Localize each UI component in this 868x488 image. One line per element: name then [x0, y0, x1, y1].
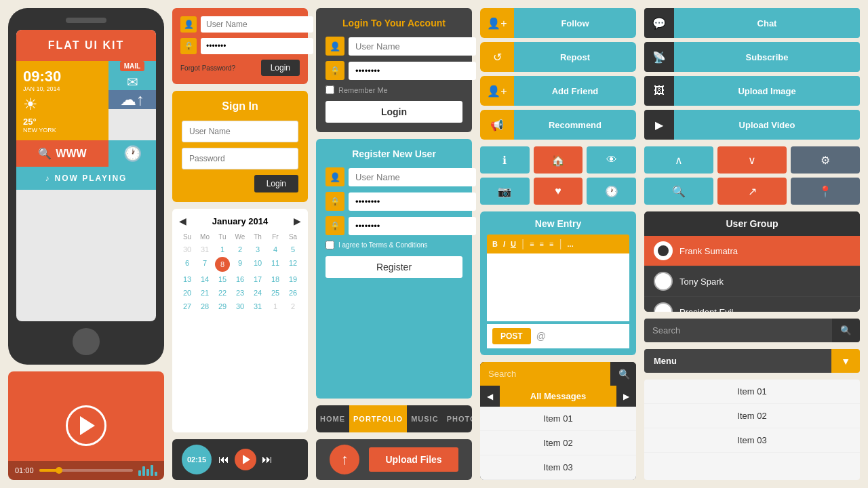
chevron-down-icon-button[interactable]: ∨	[717, 146, 787, 174]
cal-day[interactable]: 4	[267, 243, 283, 256]
nav-item-portfolio[interactable]: PORTFOLIO	[349, 405, 407, 432]
chevron-up-icon-button[interactable]: ∧	[644, 146, 713, 174]
cal-day[interactable]: 27	[179, 300, 195, 312]
cal-day[interactable]: 31	[250, 300, 266, 312]
phone-music-button[interactable]: ♪ NOW PLAYING	[16, 167, 156, 190]
right-list-item[interactable]: Item 02	[644, 404, 860, 428]
cal-day[interactable]: 1	[267, 300, 283, 312]
recommend-button[interactable]: Recommend	[514, 110, 636, 140]
entry-textarea[interactable]	[487, 253, 629, 321]
cal-day[interactable]: 17	[250, 273, 266, 285]
phone-www-button[interactable]: 🔍 WWW	[16, 140, 108, 167]
search-icon-button[interactable]: 🔍	[644, 178, 713, 205]
messages-item[interactable]: Item 03	[480, 455, 636, 480]
camera-icon-button[interactable]: 📷	[480, 178, 530, 205]
bold-button[interactable]: B	[492, 240, 498, 248]
nav-item-home[interactable]: HOME	[316, 405, 349, 432]
heart-icon-button[interactable]: ♥	[534, 178, 583, 205]
right-search-button[interactable]: 🔍	[832, 319, 860, 342]
cal-day[interactable]: 5	[285, 243, 301, 256]
register-password-input[interactable]	[349, 192, 476, 211]
phone-clock-button[interactable]: 🕐	[108, 140, 156, 167]
calendar-next-button[interactable]: ▶	[294, 216, 301, 226]
register-confirm-input[interactable]	[349, 217, 476, 235]
cal-day[interactable]: 19	[285, 273, 301, 285]
more-options-button[interactable]: ...	[568, 240, 574, 248]
cal-day[interactable]: 10	[250, 257, 266, 272]
messages-search-input[interactable]	[480, 362, 610, 386]
chat-button[interactable]: Chat	[674, 8, 860, 38]
cal-day[interactable]: 3	[250, 243, 266, 256]
login-password-input[interactable]	[349, 62, 476, 80]
cal-day[interactable]: 1	[214, 243, 231, 256]
add-friend-button[interactable]: Add Friend	[514, 76, 636, 106]
repost-button[interactable]: Repost	[514, 42, 636, 72]
align-center-button[interactable]: ≡	[540, 240, 544, 248]
underline-button[interactable]: U	[511, 240, 516, 248]
cal-day[interactable]: 24	[250, 287, 266, 299]
sign-in-button[interactable]: Login	[254, 175, 298, 192]
cal-day[interactable]: 9	[232, 257, 248, 272]
clock-icon-button[interactable]: 🕐	[587, 178, 636, 205]
follow-button[interactable]: Follow	[514, 8, 636, 38]
user-item-frank[interactable]: Frank Sumatra	[644, 236, 860, 266]
right-list-item[interactable]: Item 01	[644, 380, 860, 404]
audio-forward-button[interactable]: ⏭	[262, 453, 273, 466]
home-icon-button[interactable]: 🏠	[534, 146, 583, 174]
upload-files-button[interactable]: Upload Files	[369, 447, 458, 472]
nav-item-photo[interactable]: PHOTO	[443, 405, 472, 432]
cal-day[interactable]: 7	[197, 257, 213, 272]
subscribe-button[interactable]: Subscribe	[674, 42, 860, 72]
login-button-main[interactable]: Login	[326, 101, 462, 123]
cal-day[interactable]: 28	[197, 300, 213, 312]
cal-day[interactable]: 13	[179, 273, 195, 285]
audio-rewind-button[interactable]: ⏮	[218, 453, 229, 466]
cal-day[interactable]: 30	[232, 300, 248, 312]
cal-day[interactable]: 29	[214, 300, 231, 312]
info-icon-button[interactable]: ℹ	[480, 146, 530, 174]
cal-day[interactable]: 2	[232, 243, 248, 256]
user-item-president[interactable]: President Evil	[644, 297, 860, 312]
register-button[interactable]: Register	[326, 256, 462, 278]
password-input[interactable]	[201, 38, 313, 54]
upload-video-button[interactable]: Upload Video	[674, 110, 860, 140]
settings-icon-button[interactable]: ⚙	[791, 146, 860, 174]
cal-day[interactable]: 25	[267, 287, 283, 299]
align-right-button[interactable]: ≡	[549, 240, 553, 248]
video-play-button[interactable]	[66, 405, 106, 446]
login-username-input[interactable]	[349, 37, 476, 56]
cal-day[interactable]: 23	[232, 287, 248, 299]
user-item-tony[interactable]: Tony Spark	[644, 266, 860, 297]
nav-item-music[interactable]: MUSIC	[407, 405, 442, 432]
cal-day[interactable]: 2	[285, 300, 301, 312]
phone-mail-tile[interactable]: MAIL ✉	[108, 61, 156, 90]
messages-item[interactable]: Item 01	[480, 407, 636, 431]
terms-checkbox[interactable]	[326, 241, 334, 249]
messages-search-button[interactable]: 🔍	[610, 362, 636, 386]
italic-button[interactable]: I	[503, 240, 505, 248]
cal-day[interactable]: 6	[179, 257, 195, 272]
audio-play-button[interactable]	[235, 449, 256, 470]
menu-dropdown-button[interactable]: ▼	[831, 349, 860, 373]
cal-day[interactable]: 22	[214, 287, 231, 299]
align-left-button[interactable]: ≡	[530, 240, 534, 248]
messages-item[interactable]: Item 02	[480, 431, 636, 455]
right-list-item[interactable]: Item 03	[644, 428, 860, 453]
cal-day[interactable]: 12	[285, 257, 301, 272]
cal-day[interactable]: 16	[232, 273, 248, 285]
register-username-input[interactable]	[349, 168, 476, 186]
cal-day[interactable]: 14	[197, 273, 213, 285]
calendar-prev-button[interactable]: ◀	[179, 216, 186, 226]
forgot-password-link[interactable]: Forgot Password?	[180, 64, 235, 72]
phone-cloud-tile[interactable]: ☁↑	[108, 90, 156, 109]
cal-day[interactable]: 30	[179, 243, 195, 256]
cal-day[interactable]: 31	[197, 243, 213, 256]
messages-next-button[interactable]: ▶	[616, 386, 636, 407]
cal-day[interactable]: 18	[267, 273, 283, 285]
cal-day[interactable]: 21	[197, 287, 213, 299]
login-button-small[interactable]: Login	[261, 60, 300, 76]
cal-day[interactable]: 26	[285, 287, 301, 299]
cal-day-today[interactable]: 8	[215, 257, 230, 272]
right-search-input[interactable]	[644, 319, 832, 342]
eye-icon-button[interactable]: 👁	[587, 146, 636, 174]
